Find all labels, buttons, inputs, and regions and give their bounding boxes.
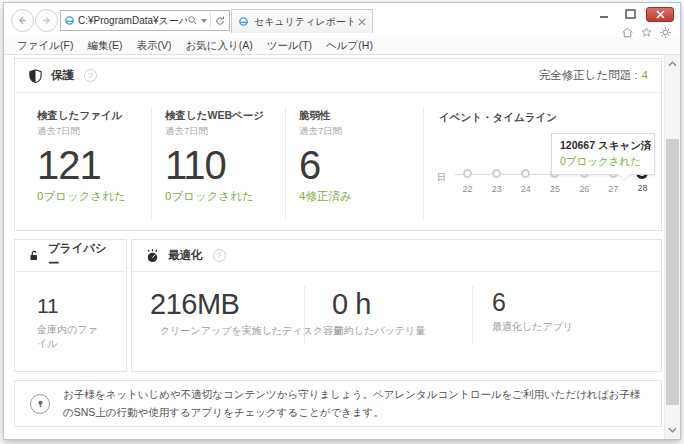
tooltip-scans: 120667 スキャン済 [560, 139, 646, 153]
parental-control-tip: お子様をネットいじめや不適切なコンテンツから守りましょう。ペアレンタルコントロー… [14, 380, 662, 427]
back-arrow-icon [16, 14, 29, 27]
menu-tools[interactable]: ツール(T) [260, 39, 319, 53]
timeline-dot[interactable] [463, 169, 472, 178]
stat-period: 過去7日間 [37, 125, 126, 138]
security-report-page: 保護 ? 完全修正した問題 :4 検査したファイル 過去7日間 121 0ブロッ… [4, 55, 680, 439]
stat-value: 110 [165, 145, 264, 185]
divider [304, 286, 305, 344]
protection-title: 保護 [51, 68, 74, 83]
timeline-day[interactable]: 23 [482, 169, 511, 194]
privacy-header: プライバシー [15, 240, 126, 272]
stat-note: 0ブロックされた [37, 189, 126, 204]
stat-label: 最適化したアプリ [492, 320, 573, 334]
optimization-help-icon[interactable]: ? [213, 249, 226, 262]
privacy-title: プライバシー [48, 241, 113, 271]
menu-favorites[interactable]: お気に入り(A) [178, 39, 259, 53]
scrollbar-down-arrow[interactable] [665, 422, 680, 438]
stat-disk-cleaned: 216MB クリーンアップを実施したディスク容量 [150, 288, 343, 338]
scrollbar-thumb[interactable] [666, 139, 679, 405]
forward-arrow-icon [40, 14, 53, 27]
stat-label: 脆弱性 [299, 109, 352, 123]
close-button[interactable] [646, 7, 674, 22]
stat-scanned-webpages: 検査したWEBページ 過去7日間 110 0ブロックされた [165, 109, 264, 204]
scrollbar-up-arrow[interactable] [665, 56, 680, 72]
tip-text: お子様をネットいじめや不適切なコンテンツから守りましょう。ペアレンタルコントロー… [63, 386, 646, 421]
minimize-icon [599, 9, 609, 19]
tooltip-blocked: 0ブロックされた [560, 155, 646, 169]
address-bar[interactable]: C:¥ProgramData¥スーパーセキュリティ¥Desk [60, 10, 230, 31]
privacy-label: 金庫内のファイル [37, 323, 103, 350]
browser-window: C:¥ProgramData¥スーパーセキュリティ¥Desk セキュリティレポー… [3, 2, 681, 440]
timeline-day[interactable]: 22 [453, 169, 482, 194]
screen: C:¥ProgramData¥スーパーセキュリティ¥Desk セキュリティレポー… [0, 0, 684, 444]
stat-label: 検査したファイル [37, 109, 126, 123]
timeline-dot[interactable] [492, 169, 501, 178]
timeline-axis-label: 日 [437, 169, 453, 184]
menu-edit[interactable]: 編集(E) [80, 39, 129, 53]
gauge-icon [145, 248, 160, 263]
timeline-title: イベント・タイムライン [439, 111, 557, 125]
address-text: C:¥ProgramData¥スーパーセキュリティ¥Desk [78, 14, 187, 28]
stat-value: 6 [492, 288, 573, 317]
stat-scanned-files: 検査したファイル 過去7日間 121 0ブロックされた [37, 109, 126, 204]
menu-file[interactable]: ファイル(F) [10, 39, 80, 53]
protection-section: 保護 ? 完全修正した問題 :4 検査したファイル 過去7日間 121 0ブロッ… [14, 58, 662, 231]
stat-label: クリーンアップを実施したディスク容量 [160, 324, 343, 338]
scrollbar[interactable] [664, 55, 680, 439]
optimization-title: 最適化 [168, 248, 203, 263]
timeline-dot[interactable] [521, 169, 530, 178]
refresh-icon[interactable] [214, 15, 226, 27]
settings-gear-icon[interactable] [659, 26, 672, 39]
stat-value: 216MB [150, 288, 343, 321]
optimization-section: 最適化 ? 216MB クリーンアップを実施したディスク容量 0 h 節約したバ… [131, 239, 662, 372]
stat-note: 4修正済み [299, 189, 352, 204]
menu-view[interactable]: 表示(V) [129, 39, 178, 53]
divider [472, 286, 473, 344]
lock-icon [28, 248, 40, 263]
stat-apps-optimized: 6 最適化したアプリ [492, 288, 573, 334]
lightbulb-icon [30, 394, 50, 414]
menu-help[interactable]: ヘルプ(H) [319, 39, 380, 53]
window-controls [594, 7, 674, 22]
search-icon[interactable] [187, 15, 198, 26]
favorites-star-icon[interactable] [640, 26, 653, 39]
browser-toolbar-icons [621, 26, 672, 39]
stat-label: 節約したバッテリ量 [334, 324, 425, 338]
optimization-header: 最適化 ? [132, 240, 661, 272]
stat-battery-saved: 0 h 節約したバッテリ量 [332, 288, 425, 338]
privacy-section: プライバシー 11 金庫内のファイル [14, 239, 127, 372]
stat-period: 過去7日間 [165, 125, 264, 138]
minimize-button[interactable] [594, 7, 614, 21]
stat-period: 過去7日間 [299, 125, 352, 138]
divider [285, 107, 286, 219]
divider [151, 107, 152, 219]
divider [423, 107, 424, 219]
address-separator [210, 13, 211, 28]
protection-help-icon[interactable]: ? [84, 69, 97, 82]
privacy-value: 11 [37, 294, 103, 318]
stat-value: 0 h [332, 288, 425, 321]
tab-favicon [238, 16, 249, 27]
home-icon[interactable] [621, 26, 634, 39]
stat-vulnerabilities: 脆弱性 過去7日間 6 4修正済み [299, 109, 352, 204]
back-button[interactable] [11, 9, 34, 32]
shield-icon [28, 68, 43, 84]
privacy-stat: 11 金庫内のファイル [37, 294, 103, 350]
stat-value: 6 [299, 145, 352, 185]
tab-close-icon[interactable] [358, 18, 366, 26]
close-icon [656, 10, 665, 19]
menu-bar: ファイル(F) 編集(E) 表示(V) お気に入り(A) ツール(T) ヘルプ(… [4, 37, 680, 55]
maximize-button[interactable] [620, 7, 640, 21]
stat-label: 検査したWEBページ [165, 109, 264, 123]
stat-note: 0ブロックされた [165, 189, 264, 204]
tab-title: セキュリティレポート [254, 15, 353, 29]
page-icon [64, 15, 75, 26]
forward-button[interactable] [35, 9, 58, 32]
event-timeline: イベント・タイムライン 120667 スキャン済 0ブロックされた 日 22 2… [437, 59, 657, 230]
address-dropdown-icon[interactable] [201, 19, 207, 23]
timeline-tooltip: 120667 スキャン済 0ブロックされた [551, 133, 655, 175]
maximize-icon [625, 9, 636, 19]
timeline-day[interactable]: 24 [511, 169, 540, 194]
tab-security-report[interactable]: セキュリティレポート [231, 9, 373, 33]
stat-value: 121 [37, 145, 126, 185]
